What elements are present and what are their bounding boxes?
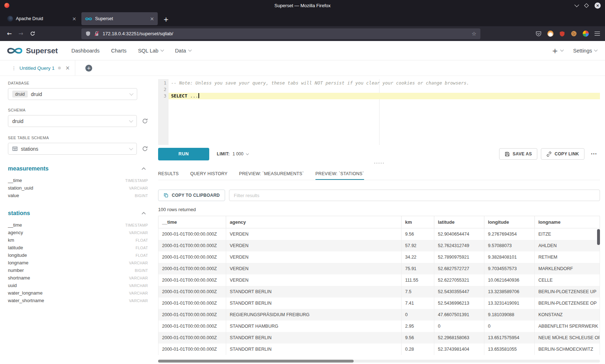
- cell-longname: MARKLENDORF: [535, 263, 600, 274]
- editor-code-area[interactable]: -- Note: Unless you save your query, the…: [169, 79, 600, 145]
- column-header[interactable]: longname: [535, 216, 600, 228]
- query-tab-label: Untitled Query 1: [19, 65, 55, 71]
- cell-longname: BERLIN-PLOETZENSEE UP: [535, 286, 600, 297]
- column-type: VARCHAR: [129, 291, 148, 295]
- table-row: 2000-01-01T00:00:00.000Z STANDORT BERLIN…: [158, 286, 600, 297]
- table-name-stations[interactable]: stations: [8, 210, 30, 217]
- ublock-extension-icon[interactable]: [559, 31, 565, 37]
- superset-favicon: [85, 17, 92, 21]
- tab-results[interactable]: RESULTS: [158, 167, 179, 180]
- cell-latitude: 52.7624312749: [434, 240, 484, 251]
- chevron-up-icon[interactable]: [142, 167, 146, 170]
- tab-preview-measurements[interactable]: PREVIEW: `MEASUREMENTS`: [239, 167, 304, 180]
- column-type: BIGINT: [135, 194, 148, 198]
- database-select[interactable]: druid druid: [8, 88, 137, 100]
- nav-item-sql-lab[interactable]: SQL Lab: [132, 41, 169, 60]
- cell-agency: VERDEN: [226, 228, 402, 240]
- pocket-icon[interactable]: [535, 31, 542, 37]
- vertical-scrollbar-thumb[interactable]: [597, 229, 600, 245]
- reload-button[interactable]: [27, 29, 37, 39]
- window-menu-button[interactable]: [574, 3, 579, 7]
- schema-column-row: station_uuid VARCHAR: [8, 184, 148, 192]
- schema-column-row: km FLOAT: [8, 236, 148, 244]
- column-type: VARCHAR: [129, 231, 148, 235]
- insecure-lock-icon[interactable]: [94, 31, 99, 36]
- superset-brand[interactable]: Superset: [6, 46, 58, 55]
- filter-results-input[interactable]: [229, 190, 600, 201]
- horizontal-scrollbar-thumb[interactable]: [158, 360, 354, 363]
- query-tab[interactable]: ⋮ Untitled Query 1 ×: [8, 60, 75, 76]
- settings-menu[interactable]: Settings: [568, 48, 599, 54]
- cell-longitude: 9.7034557573: [484, 263, 535, 274]
- schema-section-stations: stations __time TIMESTAMP agency VARCHAR: [8, 210, 148, 304]
- pinwheel-extension-icon[interactable]: [583, 31, 589, 37]
- window-close-button[interactable]: ×: [595, 3, 601, 9]
- pane-splitter-handle[interactable]: [158, 161, 600, 165]
- cell-agency: STANDORT BERLIN: [226, 343, 402, 355]
- copy-icon: [163, 193, 169, 198]
- run-button[interactable]: RUN: [158, 148, 209, 160]
- add-query-tab-button[interactable]: +: [85, 65, 92, 72]
- column-header[interactable]: __time: [158, 216, 226, 228]
- menu-button[interactable]: [595, 32, 600, 36]
- save-as-button[interactable]: SAVE AS: [499, 148, 537, 160]
- browser-tab-superset[interactable]: Superset ×: [81, 12, 158, 25]
- nav-item-label: Dashboards: [71, 48, 99, 54]
- cell-km: 75.91: [402, 263, 434, 274]
- nav-item-dashboards[interactable]: Dashboards: [66, 41, 105, 60]
- new-tab-button[interactable]: +: [161, 14, 171, 24]
- chevron-up-icon[interactable]: [142, 212, 146, 215]
- limit-value: 1 000: [233, 151, 243, 156]
- tab-close-icon[interactable]: ×: [72, 16, 76, 22]
- cell-km: 0: [402, 309, 434, 320]
- table-name-measurements[interactable]: measurements: [8, 165, 49, 172]
- sql-editor[interactable]: 123 -- Note: Unless you save your query,…: [158, 79, 600, 145]
- row-count-text: 100 rows returned: [158, 207, 600, 212]
- column-header[interactable]: latitude: [434, 216, 484, 228]
- query-tab-close-icon[interactable]: ×: [66, 65, 70, 71]
- cell-latitude: 52.5436996213: [434, 297, 484, 309]
- column-type: VARCHAR: [129, 299, 148, 303]
- schema-select[interactable]: druid: [8, 115, 137, 127]
- window-maximize-button[interactable]: [584, 3, 589, 8]
- tab-preview-stations[interactable]: PREVIEW: `STATIONS`: [315, 167, 364, 180]
- nav-item-charts[interactable]: Charts: [105, 41, 132, 60]
- copy-link-button[interactable]: COPY LINK: [541, 148, 584, 160]
- cell-agency: VERDEN: [226, 240, 402, 251]
- tracking-protection-shield-icon[interactable]: [85, 31, 91, 36]
- back-button[interactable]: ←: [4, 29, 14, 39]
- table-value: stations: [21, 146, 38, 152]
- tab-query-history[interactable]: QUERY HISTORY: [190, 167, 228, 180]
- column-name: shortname: [8, 275, 30, 281]
- superset-brand-text: Superset: [26, 46, 58, 55]
- column-header[interactable]: longitude: [484, 216, 535, 228]
- forward-button[interactable]: →: [16, 29, 26, 39]
- extension-hamster-icon[interactable]: [547, 31, 554, 37]
- drag-handle-icon[interactable]: ⋮: [12, 65, 16, 71]
- new-item-menu[interactable]: +: [547, 46, 568, 55]
- more-actions-button[interactable]: ...: [588, 149, 600, 159]
- limit-dropdown[interactable]: LIMIT: 1 000: [217, 151, 248, 156]
- refresh-schema-button[interactable]: [142, 118, 148, 124]
- cell-longname: NEUE MÜHLE SCHLEUSE OP: [535, 332, 600, 343]
- url-bar[interactable]: 172.18.0.4:32251/superset/sqllab/ ☆: [81, 28, 480, 39]
- superset-navbar: Superset Dashboards Charts SQL Lab Data …: [0, 41, 605, 60]
- bookmark-star-icon[interactable]: ☆: [472, 31, 476, 37]
- refresh-table-button[interactable]: [142, 146, 148, 152]
- cookie-extension-icon[interactable]: [571, 31, 577, 37]
- column-name: uuid: [8, 283, 17, 288]
- tab-close-icon[interactable]: ×: [150, 16, 154, 22]
- copy-to-clipboard-button[interactable]: COPY TO CLIPBOARD: [158, 190, 225, 201]
- column-name: longname: [8, 260, 28, 265]
- table-select[interactable]: stations: [8, 143, 137, 155]
- horizontal-scrollbar[interactable]: [158, 360, 600, 363]
- chevron-down-icon: [129, 146, 133, 150]
- nav-item-label: Data: [175, 48, 186, 54]
- column-name: latitude: [8, 245, 23, 250]
- column-header[interactable]: agency: [226, 216, 402, 228]
- cell-longitude: 9.2767694354: [484, 228, 535, 240]
- nav-item-data[interactable]: Data: [169, 41, 197, 60]
- browser-tab-apache-druid[interactable]: Apache Druid ×: [4, 12, 80, 25]
- column-header[interactable]: km: [402, 216, 434, 228]
- column-type: FLOAT: [135, 246, 148, 250]
